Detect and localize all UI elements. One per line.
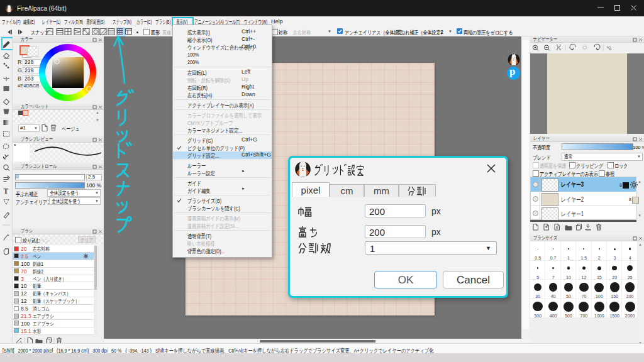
svg-text:T: T — [4, 187, 9, 195]
